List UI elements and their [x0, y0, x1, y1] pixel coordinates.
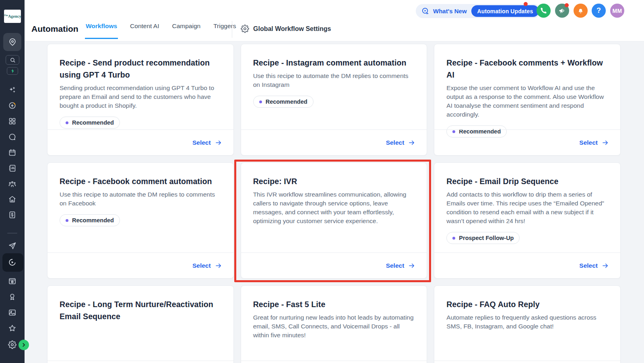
- dashboard-icon[interactable]: [0, 117, 25, 125]
- header: Automation WorkflowsContent AICampaignTr…: [25, 0, 644, 41]
- select-label: Select: [386, 262, 405, 269]
- card-footer: Select: [434, 129, 620, 155]
- chevron-right-icon[interactable]: [19, 340, 29, 350]
- recipe-card: Recipe - Facebook comments + Workflow AI…: [434, 44, 621, 156]
- tab-triggers[interactable]: Triggers: [213, 23, 237, 39]
- recipe-card: Recipe - Facebook comment automation Use…: [47, 162, 234, 279]
- select-button[interactable]: Select: [192, 262, 222, 269]
- recipe-description: Expose the user comment to Workflow AI a…: [446, 84, 608, 119]
- recipe-card-highlighted: Recipe: IVR This IVR workflow streamline…: [241, 162, 427, 279]
- card-footer: Select: [434, 252, 620, 278]
- tab-bar: WorkflowsContent AICampaignTriggers: [85, 0, 237, 39]
- sites-icon[interactable]: [0, 277, 25, 285]
- notification-dot: [565, 3, 569, 7]
- recipe-description: Sending product recommendation using GPT…: [60, 84, 221, 110]
- card-footer: Select: [241, 361, 427, 363]
- badge-dot-icon: [452, 237, 455, 240]
- automation-updates-badge[interactable]: Automation Updates: [471, 5, 539, 17]
- recipe-card: Recipe - Fast 5 Lite Great for nurturing…: [241, 285, 427, 363]
- card-footer: Select: [47, 361, 233, 363]
- location-pin-icon[interactable]: [3, 33, 21, 51]
- recipe-badge: Prospect Follow-Up: [446, 232, 520, 244]
- recipe-description: Add contacts to this workflow to drip th…: [446, 190, 608, 226]
- recipe-description: This IVR workflow streamlines communicat…: [253, 190, 415, 226]
- recipe-title: Recipe: IVR: [253, 175, 415, 187]
- select-label: Select: [192, 139, 211, 146]
- conversations-icon[interactable]: [0, 133, 25, 141]
- badge-dot-icon: [66, 219, 68, 222]
- calendar-icon[interactable]: [0, 148, 25, 157]
- tab-content-ai[interactable]: Content AI: [129, 23, 160, 39]
- recipe-badge-label: Recommended: [72, 217, 114, 224]
- select-button[interactable]: Select: [579, 262, 609, 269]
- select-label: Select: [579, 262, 598, 269]
- recipe-badge: Recommended: [60, 214, 120, 226]
- select-label: Select: [579, 139, 598, 146]
- select-button[interactable]: Select: [192, 139, 222, 146]
- tab-campaign[interactable]: Campaign: [171, 23, 201, 39]
- select-button[interactable]: Select: [386, 139, 416, 146]
- header-divider: [232, 21, 232, 38]
- recipe-description: Automate replies to frequently asked que…: [446, 313, 608, 331]
- recipe-description: Use this recipe to automate the DM repli…: [60, 190, 221, 208]
- arrow-right-icon: [602, 139, 609, 146]
- search-icon[interactable]: [6, 55, 19, 65]
- arrow-right-icon: [408, 139, 415, 146]
- whats-new-button[interactable]: What's New Automation Updates: [416, 4, 541, 18]
- select-button[interactable]: Select: [386, 262, 416, 269]
- opportunities-icon[interactable]: [0, 180, 25, 188]
- recipe-description: Great for nurturing new leads into hot l…: [253, 313, 415, 340]
- card-footer: Select: [434, 361, 620, 363]
- global-workflow-settings-label: Global Workflow Settings: [253, 25, 331, 33]
- bell-icon[interactable]: [574, 4, 588, 18]
- app-window: TheAgency Automation WorkflowsContent AI…: [0, 0, 644, 363]
- card-footer: Select: [47, 129, 233, 155]
- notification-dot: [524, 2, 528, 6]
- gear-icon: [241, 25, 249, 33]
- recipe-badge: Recommended: [253, 96, 314, 108]
- select-button[interactable]: Select: [579, 139, 609, 146]
- agency-logo-text: TheAgency: [4, 14, 21, 18]
- memberships-icon[interactable]: [0, 293, 25, 301]
- phone-icon[interactable]: [537, 4, 551, 18]
- recipe-title: Recipe - Send product recommendation usi…: [60, 57, 221, 81]
- recipe-title: Recipe - Email Drip Sequence: [446, 175, 608, 187]
- recipe-card: Recipe - Send product recommendation usi…: [47, 44, 234, 156]
- recipe-badge: Recommended: [60, 117, 120, 129]
- automation-icon[interactable]: [0, 258, 25, 267]
- recipe-card: Recipe - Email Drip Sequence Add contact…: [434, 162, 621, 279]
- media-icon[interactable]: [0, 308, 25, 317]
- arrow-right-icon: [215, 139, 222, 146]
- card-footer: Select: [47, 252, 233, 278]
- arrow-right-icon: [408, 262, 415, 269]
- play-announcement-icon: [421, 7, 430, 16]
- recipes-content: Recipe - Send product recommendation usi…: [25, 41, 644, 363]
- reputation-icon[interactable]: [0, 324, 25, 332]
- marketing-icon[interactable]: [0, 242, 25, 250]
- launchpad-icon[interactable]: [0, 101, 25, 110]
- payments-icon[interactable]: [0, 211, 25, 219]
- agency-logo: TheAgency: [4, 10, 21, 23]
- badge-dot-icon: [66, 121, 68, 124]
- recipe-title: Recipe - Facebook comments + Workflow AI: [446, 57, 608, 81]
- help-icon[interactable]: ?: [592, 4, 606, 18]
- recipe-card: Recipe - FAQ Auto Reply Automate replies…: [434, 285, 621, 363]
- sidebar: TheAgency: [0, 0, 25, 363]
- recipe-title: Recipe - Instagram comment automation: [253, 57, 415, 69]
- recipe-badge-label: Recommended: [266, 98, 308, 105]
- tab-workflows[interactable]: Workflows: [85, 23, 118, 39]
- global-workflow-settings-button[interactable]: Global Workflow Settings: [241, 25, 331, 33]
- recipe-title: Recipe - FAQ Auto Reply: [446, 298, 608, 310]
- recipe-title: Recipe - Long Term Nurture/Reactivation …: [60, 298, 221, 322]
- page-title: Automation: [31, 24, 78, 34]
- sparkles-icon[interactable]: [0, 86, 25, 94]
- avatar[interactable]: MM: [610, 4, 624, 18]
- recipe-badge-label: Recommended: [72, 119, 114, 126]
- recipe-description: Use this recipe to automate the DM repli…: [253, 72, 415, 89]
- contacts-icon[interactable]: [0, 164, 25, 172]
- home-icon[interactable]: [0, 195, 25, 203]
- whats-new-label: What's New: [433, 8, 467, 14]
- badge-dot-icon: [259, 100, 262, 103]
- lightning-icon[interactable]: [7, 67, 18, 75]
- recipe-title: Recipe - Fast 5 Lite: [253, 298, 415, 310]
